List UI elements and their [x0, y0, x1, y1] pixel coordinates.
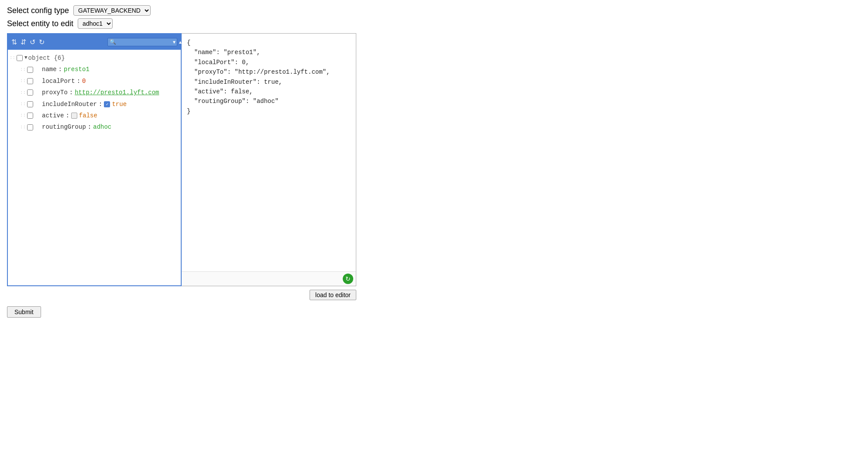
drag-handle[interactable]: ::	[10, 54, 17, 62]
tree-row-proxyto: :: proxyTo : http://presto1.lyft.com	[10, 87, 179, 98]
entity-select[interactable]: adhoc1	[78, 18, 113, 29]
field-checkbox-localport[interactable]	[27, 78, 33, 84]
json-panel: { "name": "presto1", "localPort": 0, "pr…	[182, 33, 356, 286]
json-panel-footer: ↻	[182, 271, 356, 286]
config-type-row: Select config type GATEWAY_BACKEND	[7, 5, 861, 16]
json-textarea[interactable]: { "name": "presto1", "localPort": 0, "pr…	[182, 34, 356, 271]
field-checkbox-active[interactable]	[27, 113, 33, 119]
bottom-bar: load to editor	[7, 290, 356, 300]
submit-button[interactable]: Submit	[7, 306, 41, 318]
sort-desc-icon[interactable]: ⇵	[21, 38, 26, 46]
sort-asc-icon[interactable]: ⇅	[11, 38, 17, 46]
tree-row-routinggroup: :: routingGroup : adhoc	[10, 121, 179, 133]
tree-row-active: :: active : false	[10, 110, 179, 121]
root-checkbox[interactable]	[17, 55, 23, 61]
submit-row: Submit	[7, 306, 861, 318]
drag-handle[interactable]: ::	[20, 77, 27, 85]
tree-row-localport: :: localPort : 0	[10, 75, 179, 87]
undo-icon[interactable]: ↺	[30, 38, 35, 46]
field-value-proxyto[interactable]: http://presto1.lyft.com	[75, 88, 159, 97]
redo-icon[interactable]: ↻	[39, 38, 45, 46]
bool-icon-checked: ✓	[104, 101, 110, 107]
field-key-proxyto: proxyTo	[42, 88, 68, 97]
field-key-name: name	[42, 65, 57, 74]
search-input[interactable]	[118, 39, 170, 45]
top-controls: Select config type GATEWAY_BACKEND Selec…	[7, 5, 861, 29]
entity-label: Select entity to edit	[7, 19, 73, 28]
field-checkbox-proxyto[interactable]	[27, 89, 33, 96]
drag-handle[interactable]: ::	[20, 123, 27, 131]
field-checkbox-includeinrouter[interactable]	[27, 101, 33, 107]
drag-handle[interactable]: ::	[20, 89, 27, 97]
field-value-localport: 0	[82, 76, 86, 86]
tree-root-row: :: ▼ object {6}	[10, 52, 179, 64]
tree-row-includeinrouter: :: includeInRouter : ✓ true	[10, 99, 179, 110]
load-to-editor-button[interactable]: load to editor	[310, 290, 356, 300]
field-value-includeinrouter: true	[112, 99, 127, 109]
entity-row: Select entity to edit adhoc1	[7, 18, 861, 29]
main-area: ⇅ ⇵ ↺ ↻ 🔍 ▼ ▲ :: ▼ object {6} ::	[7, 33, 356, 286]
bool-icon-unchecked	[71, 113, 77, 119]
field-checkbox-name[interactable]	[27, 67, 33, 73]
field-key-routinggroup: routingGroup	[42, 122, 86, 132]
search-down-icon[interactable]: ▼	[172, 40, 176, 45]
refresh-icon[interactable]: ↻	[343, 274, 353, 284]
drag-handle[interactable]: ::	[20, 112, 27, 120]
field-value-routinggroup: adhoc	[93, 122, 111, 132]
drag-handle[interactable]: ::	[20, 100, 27, 108]
field-key-includeinrouter: includeInRouter	[42, 99, 97, 109]
search-icon: 🔍	[110, 39, 116, 45]
search-box[interactable]: 🔍 ▼ ▲	[107, 38, 177, 46]
field-checkbox-routinggroup[interactable]	[27, 124, 33, 130]
config-type-label: Select config type	[7, 6, 69, 15]
tree-toolbar: ⇅ ⇵ ↺ ↻ 🔍 ▼ ▲	[8, 34, 181, 50]
tree-panel: ⇅ ⇵ ↺ ↻ 🔍 ▼ ▲ :: ▼ object {6} ::	[7, 33, 182, 286]
field-key-localport: localPort	[42, 76, 75, 86]
tree-row-name: :: name : presto1	[10, 64, 179, 75]
field-value-active: false	[79, 111, 97, 120]
tree-body: :: ▼ object {6} :: name : presto1 :: loc…	[8, 50, 181, 285]
expand-arrow[interactable]: ▼	[24, 54, 28, 62]
field-key-active: active	[42, 111, 64, 120]
config-type-select[interactable]: GATEWAY_BACKEND	[73, 5, 151, 16]
field-value-name: presto1	[64, 65, 90, 74]
root-label: object {6}	[28, 53, 65, 63]
drag-handle[interactable]: ::	[20, 66, 27, 74]
